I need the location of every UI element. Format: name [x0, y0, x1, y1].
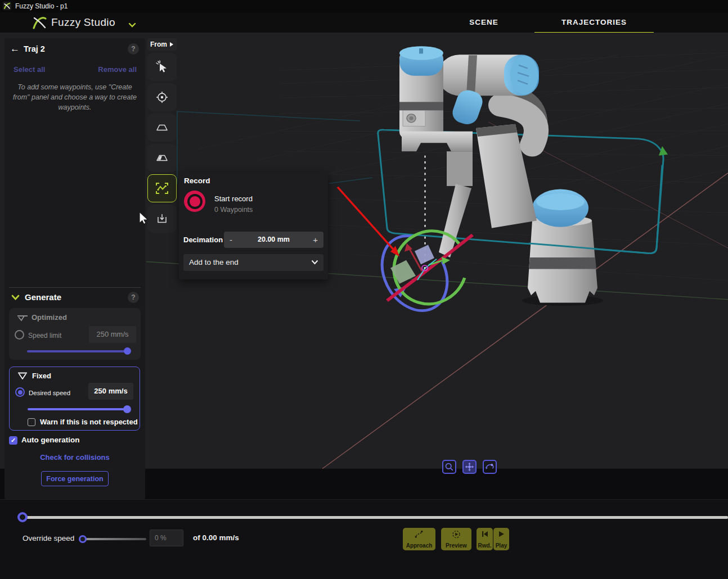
rewind-button[interactable]: Rwd.: [477, 528, 493, 550]
select-all-link[interactable]: Select all: [14, 65, 45, 74]
start-record-label: Start record: [214, 194, 253, 203]
speed-total-label: of 0.00 mm/s: [193, 533, 239, 542]
record-icon: [187, 194, 203, 209]
remove-all-link[interactable]: Remove all: [98, 65, 137, 74]
tool-record-button[interactable]: [147, 174, 177, 202]
expand-right-icon: [169, 42, 174, 47]
override-speed-input[interactable]: [150, 530, 183, 546]
desired-speed-value[interactable]: 250 mm/s: [88, 383, 133, 400]
zone-tool-icon: [155, 121, 169, 134]
optimized-label: Optimized: [32, 313, 67, 322]
tool-zone-filled-button[interactable]: [147, 144, 177, 172]
play-button[interactable]: Play: [493, 528, 509, 550]
timeline-slider[interactable]: [20, 516, 728, 519]
warn-label: Warn if this is not respected: [40, 418, 138, 426]
viewport-pan-button[interactable]: [462, 460, 477, 474]
desired-speed-label: Desired speed: [29, 390, 70, 396]
record-popup: Record Start record 0 Waypoints Decimati…: [179, 172, 328, 279]
override-speed-label: Override speed: [23, 534, 74, 542]
fuzzy-studio-app: Fuzzy Studio - p1 FuzzyStudio SCENE TRAJ…: [0, 0, 728, 579]
speed-limit-slider[interactable]: [27, 350, 131, 352]
trajectory-help-icon[interactable]: ?: [128, 43, 139, 55]
create-from-header[interactable]: From: [147, 38, 177, 51]
timeline-slider-thumb[interactable]: [17, 512, 28, 522]
desired-speed-slider[interactable]: [28, 408, 130, 410]
desired-speed-radio[interactable]: [15, 387, 25, 397]
viewport-orbit-button[interactable]: [483, 460, 497, 474]
decimation-plus-button[interactable]: +: [313, 232, 318, 248]
desired-speed-slider-thumb[interactable]: [123, 405, 131, 413]
create-from-toolbar: From: [147, 38, 177, 233]
record-tool-icon: [155, 182, 169, 195]
tab-scene[interactable]: SCENE: [447, 12, 520, 32]
viewport-zoom-button[interactable]: [442, 460, 456, 474]
generate-title: Generate: [25, 292, 61, 302]
override-speed-slider-thumb[interactable]: [79, 535, 87, 543]
decimation-value[interactable]: 20.00 mm: [224, 232, 323, 248]
window-titlebar: Fuzzy Studio - p1: [0, 0, 728, 12]
warn-checkbox[interactable]: [28, 418, 35, 426]
check-collisions-link[interactable]: Check for collisions: [5, 453, 145, 462]
approach-icon: [414, 530, 424, 539]
optimized-icon: [17, 314, 28, 322]
auto-generation-label: Auto generation: [21, 436, 80, 444]
tool-import-button[interactable]: [147, 205, 177, 233]
rewind-icon: [481, 530, 489, 538]
brand-name: FuzzyStudio: [51, 16, 115, 29]
tool-select-button[interactable]: [147, 53, 177, 81]
fixed-card[interactable]: Fixed Desired speed 250 mm/s Warn if thi…: [9, 367, 140, 431]
window-title: Fuzzy Studio - p1: [15, 0, 68, 12]
override-speed-slider[interactable]: [80, 538, 146, 540]
trajectory-title: Traj 2: [24, 44, 45, 53]
approach-button[interactable]: Approach: [403, 528, 435, 550]
waypoints-hint: To add some waypoints, use "Create from"…: [9, 82, 141, 112]
window-app-icon: [3, 2, 11, 10]
divider: [9, 287, 141, 288]
import-tool-icon: [155, 212, 169, 225]
zoom-icon: [444, 462, 454, 472]
select-tool-icon: [155, 60, 169, 74]
speed-limit-radio[interactable]: [15, 330, 24, 340]
optimized-card[interactable]: Optimized Speed limit 250 mm/s: [9, 308, 141, 360]
chevron-down-icon: [311, 260, 318, 265]
add-mode-value: Add to the end: [189, 254, 239, 271]
tool-zone-button[interactable]: [147, 114, 177, 142]
tab-trajectories[interactable]: TRAJECTORIES: [534, 12, 654, 34]
from-label: From: [150, 40, 167, 48]
start-record-button[interactable]: [184, 191, 205, 212]
preview-button[interactable]: Preview: [441, 528, 471, 550]
speed-limit-slider-thumb[interactable]: [124, 347, 131, 355]
play-icon: [497, 530, 505, 538]
speed-limit-value[interactable]: 250 mm/s: [89, 326, 136, 343]
pan-icon: [465, 462, 474, 472]
playback-bar: Override speed of 0.00 mm/s Approach Pre…: [0, 499, 728, 579]
app-header: FuzzyStudio SCENE TRAJECTORIES: [0, 12, 728, 33]
auto-generation-checkbox[interactable]: ✓: [9, 436, 17, 445]
fuzzy-logo-icon: [31, 15, 48, 30]
brand-logo: FuzzyStudio: [31, 14, 115, 31]
chevron-down-icon: [11, 295, 20, 300]
generate-help-icon[interactable]: ?: [128, 292, 139, 303]
preview-icon: [452, 530, 461, 539]
decimation-label: Decimation: [183, 236, 223, 244]
speed-limit-label: Speed limit: [28, 332, 61, 340]
waypoints-count: 0 Waypoints: [214, 206, 253, 214]
orbit-icon: [485, 462, 495, 472]
zone-filled-tool-icon: [155, 151, 169, 165]
tool-target-button[interactable]: [147, 83, 177, 111]
fixed-icon: [17, 372, 28, 379]
back-arrow-icon[interactable]: ←: [10, 43, 20, 55]
brand-menu-chevron-icon[interactable]: [128, 20, 136, 30]
add-mode-select[interactable]: Add to the end: [183, 254, 323, 271]
decimation-stepper: - 20.00 mm +: [224, 232, 323, 248]
fixed-label: Fixed: [32, 372, 51, 380]
trajectory-panel: ← Traj 2 ? Select all Remove all To add …: [5, 38, 145, 499]
target-tool-icon: [155, 91, 169, 104]
generate-header[interactable]: Generate: [11, 292, 61, 302]
force-generation-button[interactable]: Force generation: [41, 471, 109, 486]
record-popup-title: Record: [184, 177, 210, 185]
